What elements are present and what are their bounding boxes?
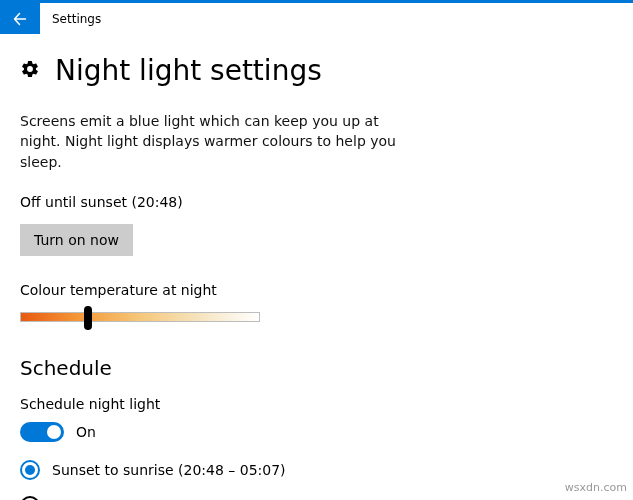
back-button[interactable] — [0, 3, 40, 34]
schedule-toggle-state: On — [76, 424, 96, 440]
schedule-label: Schedule night light — [20, 396, 613, 412]
radio-label: Sunset to sunrise (20:48 – 05:07) — [52, 462, 286, 478]
schedule-toggle[interactable] — [20, 422, 64, 442]
window-title: Settings — [52, 12, 101, 26]
page-heading: Night light settings — [55, 54, 322, 87]
content-area: Night light settings Screens emit a blue… — [0, 34, 633, 500]
radio-set-hours[interactable]: Set hours — [20, 496, 613, 500]
page-description: Screens emit a blue light which can keep… — [20, 111, 400, 172]
heading-row: Night light settings — [20, 54, 613, 87]
schedule-heading: Schedule — [20, 356, 613, 380]
toggle-knob — [47, 425, 61, 439]
schedule-toggle-row: On — [20, 422, 613, 442]
radio-sunset-to-sunrise[interactable]: Sunset to sunrise (20:48 – 05:07) — [20, 460, 613, 480]
night-light-status: Off until sunset (20:48) — [20, 194, 613, 210]
colour-temp-slider[interactable] — [20, 312, 260, 322]
radio-icon — [20, 496, 40, 500]
radio-icon — [20, 460, 40, 480]
titlebar: Settings — [0, 0, 633, 34]
radio-inner-dot — [25, 465, 35, 475]
back-arrow-icon — [12, 11, 28, 27]
colour-temp-label: Colour temperature at night — [20, 282, 613, 298]
watermark: wsxdn.com — [565, 481, 627, 494]
slider-thumb[interactable] — [84, 306, 92, 330]
turn-on-button[interactable]: Turn on now — [20, 224, 133, 256]
gear-icon — [20, 59, 40, 82]
